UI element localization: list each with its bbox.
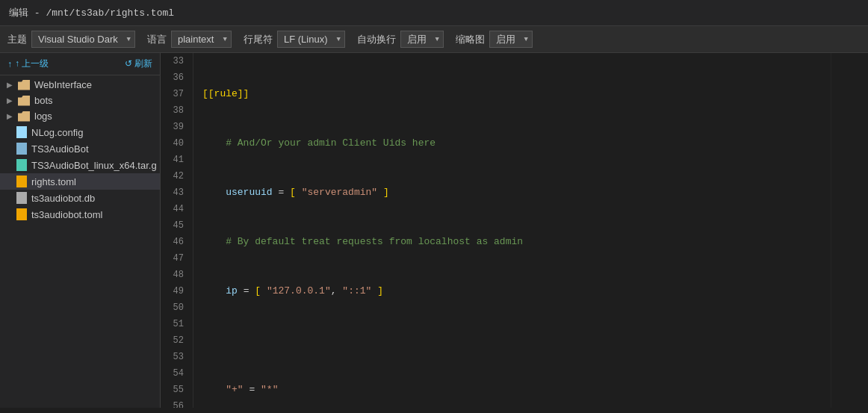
sidebar-item-label: logs: [34, 111, 52, 122]
sidebar-item-webinterface[interactable]: ▶ WebInterface: [0, 77, 160, 93]
minimap-select-wrapper[interactable]: 启用: [489, 31, 533, 48]
sidebar-file-tree: ▶ WebInterface ▶ bots ▶ logs NLog.config: [0, 75, 160, 408]
sidebar-item-ts3audiobot-tar[interactable]: TS3AudioBot_linux_x64.tar.g: [0, 157, 160, 173]
lang-group: 语言 plaintext: [147, 31, 232, 48]
minimap-group: 缩略图 启用: [456, 31, 533, 48]
chevron-icon: ▶: [6, 96, 13, 105]
lang-label: 语言: [147, 33, 167, 46]
sidebar-item-rights-toml[interactable]: rights.toml: [0, 173, 160, 190]
chevron-icon: ▶: [6, 81, 13, 89]
sidebar-item-label: WebInterface: [34, 79, 92, 90]
eol-group: 行尾符 LF (Linux): [244, 31, 345, 48]
up-icon: ↑: [7, 59, 12, 69]
sidebar-item-label: NLog.config: [31, 127, 83, 138]
minimap-label: 缩略图: [456, 33, 485, 46]
theme-group: 主题 Visual Studio Dark: [7, 31, 135, 48]
folder-icon: [18, 80, 30, 90]
code-line-39: ip = [ "127.0.0.1", "::1" ]: [202, 283, 831, 299]
refresh-button[interactable]: ↺ 刷新: [125, 58, 152, 70]
up-label: ↑ 上一级: [15, 58, 49, 70]
code-line-36: # And/Or your admin Client Uids here: [202, 135, 831, 152]
minimap-select[interactable]: 启用: [489, 31, 533, 48]
file-icon: [16, 176, 27, 187]
code-line-37: useruuid = [ "serveradmin" ]: [202, 184, 831, 201]
sidebar-item-ts3audiobot-toml[interactable]: ts3audiobot.toml: [0, 206, 160, 223]
folder-icon: [18, 111, 30, 122]
eol-select[interactable]: LF (Linux): [277, 31, 345, 48]
sidebar-header: ↑ ↑ 上一级 ↺ 刷新: [0, 53, 160, 75]
file-icon: [16, 126, 27, 138]
editor-area[interactable]: 33 36 37 38 39 40 41 42 43 44 45 46 47 4…: [161, 53, 831, 408]
sidebar-item-nlog[interactable]: NLog.config: [0, 124, 160, 140]
code-line-38: # By default treat requests from localho…: [202, 234, 831, 250]
sidebar-item-logs[interactable]: ▶ logs: [0, 108, 160, 124]
eol-select-wrapper[interactable]: LF (Linux): [277, 31, 345, 48]
lang-select-wrapper[interactable]: plaintext: [171, 31, 232, 48]
theme-select[interactable]: Visual Studio Dark: [31, 31, 135, 48]
title-bar: 编辑 - /mnt/ts3ab/rights.toml: [0, 0, 868, 26]
file-icon: [16, 192, 27, 204]
code-line-41: "+" = "*": [202, 382, 831, 398]
lang-select[interactable]: plaintext: [171, 31, 232, 48]
sidebar-item-bots[interactable]: ▶ bots: [0, 93, 160, 108]
chevron-icon: ▶: [6, 112, 13, 120]
wrap-label: 自动换行: [357, 33, 396, 46]
sidebar-item-label: bots: [34, 95, 53, 106]
window-title: 编辑 - /mnt/ts3ab/rights.toml: [9, 7, 174, 19]
up-button[interactable]: ↑ ↑ 上一级: [7, 58, 49, 70]
sidebar: ↑ ↑ 上一级 ↺ 刷新 ▶ WebInterface ▶ bots ▶: [0, 53, 161, 408]
file-icon: [16, 159, 27, 171]
editor-content: 33 36 37 38 39 40 41 42 43 44 45 46 47 4…: [161, 53, 831, 408]
file-icon: [16, 208, 27, 220]
folder-icon: [18, 96, 30, 106]
line-numbers: 33 36 37 38 39 40 41 42 43 44 45 46 47 4…: [161, 53, 193, 408]
sidebar-item-label: ts3audiobot.db: [31, 193, 95, 204]
sidebar-item-ts3audiobot[interactable]: TS3AudioBot: [0, 140, 160, 157]
sidebar-item-label: ts3audiobot.toml: [31, 209, 102, 220]
sidebar-item-ts3audiobot-db[interactable]: ts3audiobot.db: [0, 190, 160, 206]
toolbar: 主题 Visual Studio Dark 语言 plaintext 行尾符 L…: [0, 26, 868, 53]
theme-label: 主题: [7, 33, 27, 46]
minimap: [831, 53, 868, 408]
sidebar-item-label: TS3AudioBot_linux_x64.tar.g: [31, 160, 157, 171]
wrap-group: 自动换行 启用: [357, 31, 444, 48]
code-editor[interactable]: [[rule]] # And/Or your admin Client Uids…: [193, 53, 831, 408]
code-line-40: [202, 332, 831, 349]
refresh-label: ↺ 刷新: [125, 58, 152, 70]
code-line-33: [[rule]]: [202, 86, 831, 102]
file-icon: [16, 143, 27, 155]
wrap-select[interactable]: 启用: [400, 31, 444, 48]
main-layout: ↑ ↑ 上一级 ↺ 刷新 ▶ WebInterface ▶ bots ▶: [0, 53, 868, 408]
eol-label: 行尾符: [244, 33, 273, 46]
theme-select-wrapper[interactable]: Visual Studio Dark: [31, 31, 135, 48]
sidebar-item-label: rights.toml: [31, 176, 76, 187]
wrap-select-wrapper[interactable]: 启用: [400, 31, 444, 48]
sidebar-item-label: TS3AudioBot: [31, 143, 89, 155]
